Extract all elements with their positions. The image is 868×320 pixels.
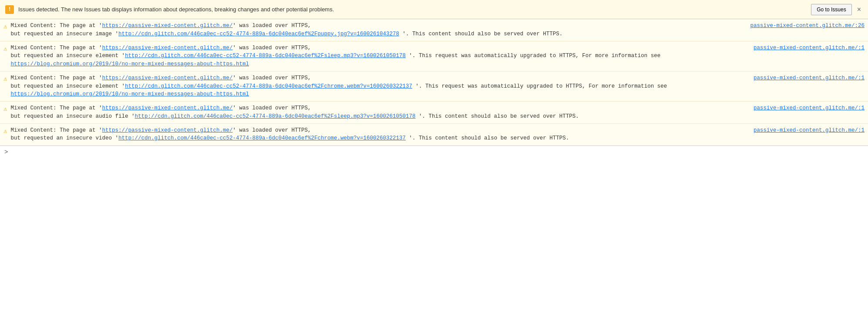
entry-text: Mixed Content: The page at 'https://pass… bbox=[10, 126, 754, 143]
entry-header-row: Mixed Content: The page at 'https://pass… bbox=[10, 74, 865, 99]
entry-source-link[interactable]: passive-mixed-content.glitch.me/:1 bbox=[754, 105, 865, 111]
resource-url-link[interactable]: http://cdn.glitch.com/446ca0ec-cc52-4774… bbox=[125, 83, 412, 89]
console-entry: ⚠Mixed Content: The page at 'https://pas… bbox=[0, 124, 868, 146]
more-info-link[interactable]: https://blog.chromium.org/2019/10/no-mor… bbox=[10, 91, 249, 97]
entry-content: Mixed Content: The page at 'https://pass… bbox=[10, 22, 865, 38]
entry-source-link[interactable]: passive-mixed-content.glitch.me/:1 bbox=[754, 127, 865, 133]
page-url-link[interactable]: https://passive-mixed-content.glitch.me/ bbox=[102, 127, 232, 133]
entry-header-row: Mixed Content: The page at 'https://pass… bbox=[10, 22, 865, 38]
entry-header-row: Mixed Content: The page at 'https://pass… bbox=[10, 126, 865, 143]
warning-triangle-icon: ⚠ bbox=[3, 127, 7, 135]
issues-message: Issues detected. The new Issues tab disp… bbox=[18, 6, 334, 13]
entry-source-link[interactable]: passive-mixed-content.glitch.me/:1 bbox=[754, 45, 865, 51]
console-prompt: > bbox=[4, 149, 8, 156]
top-bar: ! Issues detected. The new Issues tab di… bbox=[0, 0, 868, 19]
console-entries: ⚠Mixed Content: The page at 'https://pas… bbox=[0, 19, 868, 146]
console-entry: ⚠Mixed Content: The page at 'https://pas… bbox=[0, 41, 868, 71]
resource-url-link[interactable]: http://cdn.glitch.com/446ca0ec-cc52-4774… bbox=[118, 31, 399, 37]
issues-warning-icon: ! bbox=[5, 5, 14, 14]
entry-header-row: Mixed Content: The page at 'https://pass… bbox=[10, 44, 865, 68]
page-url-link[interactable]: https://passive-mixed-content.glitch.me/ bbox=[102, 75, 232, 81]
entry-source-link[interactable]: passive-mixed-content.glitch.me/:26 bbox=[750, 23, 865, 29]
console-entry: ⚠Mixed Content: The page at 'https://pas… bbox=[0, 19, 868, 41]
entry-source-link[interactable]: passive-mixed-content.glitch.me/:1 bbox=[754, 75, 865, 81]
page-url-link[interactable]: https://passive-mixed-content.glitch.me/ bbox=[102, 23, 232, 29]
console-entry: ⚠Mixed Content: The page at 'https://pas… bbox=[0, 71, 868, 102]
console-bottom-bar: > bbox=[0, 146, 868, 158]
page-url-link[interactable]: https://passive-mixed-content.glitch.me/ bbox=[102, 105, 232, 111]
entry-text: Mixed Content: The page at 'https://pass… bbox=[10, 22, 750, 38]
warning-triangle-icon: ⚠ bbox=[3, 45, 7, 52]
warning-triangle-icon: ⚠ bbox=[3, 23, 7, 30]
close-button[interactable]: × bbox=[855, 6, 863, 14]
go-to-issues-button[interactable]: Go to Issues bbox=[811, 4, 851, 15]
entry-content: Mixed Content: The page at 'https://pass… bbox=[10, 74, 865, 99]
entry-content: Mixed Content: The page at 'https://pass… bbox=[10, 126, 865, 143]
resource-url-link[interactable]: http://cdn.glitch.com/446ca0ec-cc52-4774… bbox=[118, 135, 406, 141]
entry-header-row: Mixed Content: The page at 'https://pass… bbox=[10, 104, 865, 121]
entry-text: Mixed Content: The page at 'https://pass… bbox=[10, 104, 754, 121]
entry-content: Mixed Content: The page at 'https://pass… bbox=[10, 44, 865, 68]
more-info-link[interactable]: https://blog.chromium.org/2019/10/no-mor… bbox=[10, 61, 249, 67]
resource-url-link[interactable]: http://cdn.glitch.com/446ca0ec-cc52-4774… bbox=[125, 53, 406, 59]
resource-url-link[interactable]: http://cdn.glitch.com/446ca0ec-cc52-4774… bbox=[135, 113, 415, 119]
entry-content: Mixed Content: The page at 'https://pass… bbox=[10, 104, 865, 121]
page-url-link[interactable]: https://passive-mixed-content.glitch.me/ bbox=[102, 45, 232, 51]
entry-text: Mixed Content: The page at 'https://pass… bbox=[10, 44, 754, 68]
entry-text: Mixed Content: The page at 'https://pass… bbox=[10, 74, 754, 99]
warning-triangle-icon: ⚠ bbox=[3, 75, 7, 82]
warning-triangle-icon: ⚠ bbox=[3, 105, 7, 112]
console-entry: ⚠Mixed Content: The page at 'https://pas… bbox=[0, 102, 868, 124]
